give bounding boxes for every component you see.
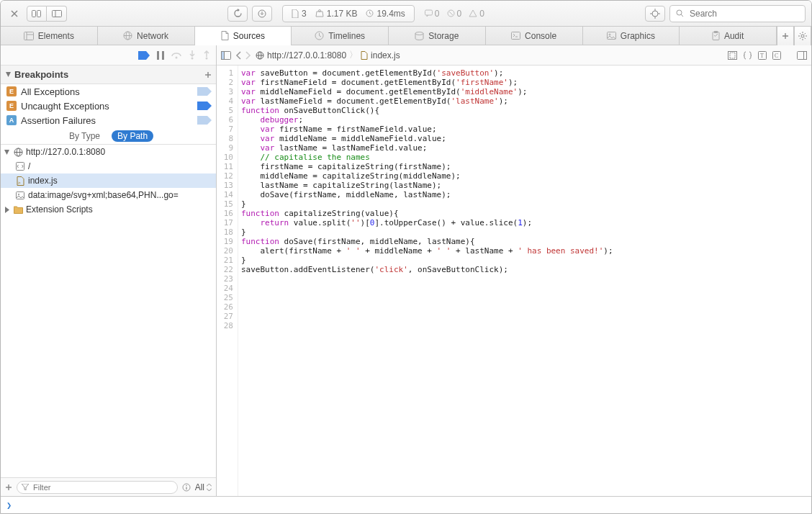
breakpoint-filter: By Type By Path [1,127,216,145]
global-search[interactable] [669,5,806,22]
breakpoint-label: All Exceptions [21,86,80,97]
tab-graphics[interactable]: Graphics [583,27,680,45]
breakpoint-marker-icon[interactable] [197,87,212,96]
tree-extension-scripts[interactable]: Extension Scripts [1,202,216,217]
nav-forward-button[interactable] [244,51,251,60]
messages-counter[interactable]: 0 [425,9,440,19]
js-file-icon: js [17,176,24,186]
braces-icon[interactable] [743,51,752,60]
breakpoint-marker-icon[interactable] [197,116,212,125]
document-icon [292,9,299,18]
filter-by-path[interactable]: By Path [112,130,153,142]
dock-bottom-button[interactable] [47,6,67,22]
breakpoint-toggle-icon[interactable] [138,51,150,60]
dock-side-button[interactable] [27,6,47,22]
info-icon[interactable] [182,483,191,492]
svg-line-12 [681,14,683,17]
globe-icon [14,148,23,157]
step-into-icon[interactable] [189,50,196,60]
reload-button[interactable] [227,6,248,22]
svg-point-29 [176,57,178,59]
code-content[interactable]: var saveButton = document.getElementById… [238,66,811,496]
breakpoint-badge: E [6,86,17,96]
tab-elements[interactable]: Elements [1,27,98,45]
svg-rect-53 [798,51,807,59]
tree-data-url[interactable]: data:image/svg+xml;base64,PHN...go= [1,188,216,202]
tab-storage[interactable]: Storage [389,27,486,45]
svg-text:C: C [775,53,778,59]
tab-network[interactable]: Network [98,27,195,45]
tab-timelines[interactable]: Timelines [292,27,389,45]
nav-back-button[interactable] [235,51,243,60]
gear-icon [798,32,807,40]
step-over-icon[interactable] [171,50,181,59]
add-breakpoint-button[interactable] [204,71,212,78]
svg-line-9 [449,12,453,15]
breakpoint-item[interactable]: AAssertion Failures [1,113,216,127]
elements-icon [24,32,34,40]
breadcrumb-separator-icon: 〉 [349,49,358,61]
tab-sources[interactable]: Sources [195,27,292,45]
dock-bottom-icon [52,10,62,17]
breakpoint-item[interactable]: EAll Exceptions [1,84,216,99]
devtools-window: 3 1.17 KB 19.4ms 0 0 0 Elements Network … [0,0,812,514]
document-count: 3 [302,9,307,19]
svg-rect-2 [52,10,61,17]
message-icon [425,9,433,17]
filter-by-type[interactable]: By Type [63,130,106,142]
search-input[interactable] [688,8,799,19]
breakpoint-badge: E [6,101,17,111]
warnings-counter[interactable]: 0 [469,9,484,19]
svg-rect-37 [17,191,24,199]
network-icon [123,31,132,40]
tree-origin[interactable]: http://127.0.0.1:8080 [1,145,216,159]
settings-button[interactable] [794,27,811,45]
weight-icon [315,9,324,17]
step-out-icon[interactable] [203,50,210,60]
tab-console[interactable]: Console [486,27,583,45]
tree-root-document[interactable]: / [1,159,216,173]
code-area[interactable]: 1234567891011121314151617181920212223242… [217,66,811,496]
breadcrumb-host[interactable]: http://127.0.0.1:8080 [267,50,346,60]
coverage-icon[interactable]: C [772,51,781,60]
tree-script-indexjs[interactable]: js index.js [1,173,216,188]
add-resource-button[interactable] [5,484,12,491]
filter-icon [22,484,29,490]
scope-selector[interactable]: All [195,482,212,492]
source-editor: http://127.0.0.1:8080 〉 index.js T C 123… [217,45,811,496]
close-button[interactable] [6,6,22,22]
breakpoints-header[interactable]: Breakpoints [1,66,216,84]
image-file-icon [16,191,24,199]
plus-icon [782,32,789,40]
sidebar-filter-input[interactable] [32,482,173,492]
sidebar-footer: All [1,477,216,496]
js-file-icon [361,51,368,60]
svg-point-10 [652,11,658,17]
breakpoint-badge: A [6,115,17,125]
svg-rect-13 [24,32,33,40]
toggle-navigator-button[interactable] [221,51,231,60]
inspect-element-button[interactable] [645,6,665,22]
svg-point-5 [318,10,320,12]
warning-icon [469,9,477,17]
pretty-print-icon[interactable] [728,51,737,60]
breakpoint-item[interactable]: EUncaught Exceptions [1,99,216,113]
new-tab-button[interactable] [777,27,794,45]
plus-icon [204,71,212,78]
toggle-details-icon[interactable] [797,51,807,60]
svg-text:js: js [17,181,20,184]
breakpoint-label: Uncaught Exceptions [21,101,109,112]
tab-audit[interactable]: Audit [680,27,777,45]
console-drawer[interactable]: ❯ [1,496,811,513]
type-profile-icon[interactable]: T [758,51,767,60]
sidebar-filter[interactable] [17,481,178,494]
breadcrumb-file[interactable]: index.js [371,50,400,60]
transfer-size: 1.17 KB [327,9,358,19]
pause-icon[interactable] [157,51,164,60]
issues-counter[interactable]: 0 [447,9,462,19]
download-button[interactable] [252,6,272,22]
source-tree: http://127.0.0.1:8080 / js index.js data… [1,145,216,477]
close-icon [11,10,18,17]
svg-rect-27 [157,51,159,60]
breakpoint-marker-icon[interactable] [197,102,212,110]
